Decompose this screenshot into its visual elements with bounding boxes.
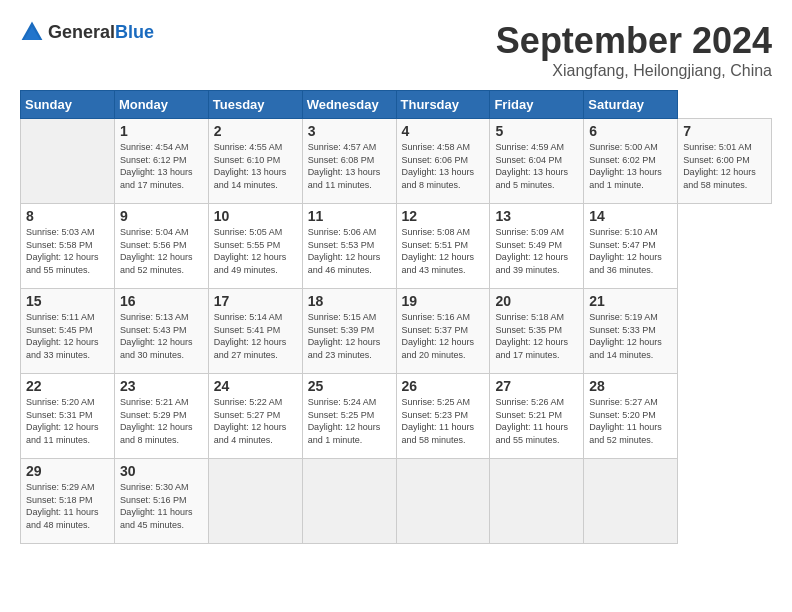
calendar-cell [584,459,678,544]
calendar-table: SundayMondayTuesdayWednesdayThursdayFrid… [20,90,772,544]
day-number: 10 [214,208,297,224]
day-info: Sunrise: 5:00 AM Sunset: 6:02 PM Dayligh… [589,141,672,191]
day-info: Sunrise: 5:03 AM Sunset: 5:58 PM Dayligh… [26,226,109,276]
day-number: 21 [589,293,672,309]
calendar-cell: 15Sunrise: 5:11 AM Sunset: 5:45 PM Dayli… [21,289,115,374]
day-info: Sunrise: 4:55 AM Sunset: 6:10 PM Dayligh… [214,141,297,191]
calendar-cell: 22Sunrise: 5:20 AM Sunset: 5:31 PM Dayli… [21,374,115,459]
day-info: Sunrise: 4:59 AM Sunset: 6:04 PM Dayligh… [495,141,578,191]
day-info: Sunrise: 5:27 AM Sunset: 5:20 PM Dayligh… [589,396,672,446]
header-friday: Friday [490,91,584,119]
day-number: 6 [589,123,672,139]
day-number: 28 [589,378,672,394]
day-info: Sunrise: 5:15 AM Sunset: 5:39 PM Dayligh… [308,311,391,361]
calendar-cell: 12Sunrise: 5:08 AM Sunset: 5:51 PM Dayli… [396,204,490,289]
day-number: 27 [495,378,578,394]
calendar-cell: 13Sunrise: 5:09 AM Sunset: 5:49 PM Dayli… [490,204,584,289]
day-number: 9 [120,208,203,224]
day-number: 20 [495,293,578,309]
calendar-cell: 5Sunrise: 4:59 AM Sunset: 6:04 PM Daylig… [490,119,584,204]
calendar-cell: 14Sunrise: 5:10 AM Sunset: 5:47 PM Dayli… [584,204,678,289]
day-info: Sunrise: 5:11 AM Sunset: 5:45 PM Dayligh… [26,311,109,361]
day-number: 24 [214,378,297,394]
day-info: Sunrise: 5:01 AM Sunset: 6:00 PM Dayligh… [683,141,766,191]
day-number: 26 [402,378,485,394]
week-row-0: 1Sunrise: 4:54 AM Sunset: 6:12 PM Daylig… [21,119,772,204]
day-info: Sunrise: 5:13 AM Sunset: 5:43 PM Dayligh… [120,311,203,361]
day-number: 5 [495,123,578,139]
calendar-cell: 20Sunrise: 5:18 AM Sunset: 5:35 PM Dayli… [490,289,584,374]
day-number: 1 [120,123,203,139]
day-number: 2 [214,123,297,139]
location-title: Xiangfang, Heilongjiang, China [496,62,772,80]
calendar-cell [21,119,115,204]
day-info: Sunrise: 5:09 AM Sunset: 5:49 PM Dayligh… [495,226,578,276]
logo-text: GeneralBlue [48,22,154,43]
month-title: September 2024 [496,20,772,62]
day-number: 25 [308,378,391,394]
calendar-cell: 30Sunrise: 5:30 AM Sunset: 5:16 PM Dayli… [114,459,208,544]
day-number: 18 [308,293,391,309]
logo-blue: Blue [115,22,154,42]
calendar-cell: 6Sunrise: 5:00 AM Sunset: 6:02 PM Daylig… [584,119,678,204]
calendar-cell: 19Sunrise: 5:16 AM Sunset: 5:37 PM Dayli… [396,289,490,374]
day-info: Sunrise: 5:24 AM Sunset: 5:25 PM Dayligh… [308,396,391,446]
day-number: 14 [589,208,672,224]
day-info: Sunrise: 5:06 AM Sunset: 5:53 PM Dayligh… [308,226,391,276]
header-saturday: Saturday [584,91,678,119]
header-wednesday: Wednesday [302,91,396,119]
day-number: 17 [214,293,297,309]
calendar-cell: 10Sunrise: 5:05 AM Sunset: 5:55 PM Dayli… [208,204,302,289]
header-monday: Monday [114,91,208,119]
calendar-cell: 24Sunrise: 5:22 AM Sunset: 5:27 PM Dayli… [208,374,302,459]
day-info: Sunrise: 5:22 AM Sunset: 5:27 PM Dayligh… [214,396,297,446]
calendar-cell [302,459,396,544]
header: GeneralBlue September 2024 Xiangfang, He… [20,20,772,80]
header-thursday: Thursday [396,91,490,119]
calendar-header-row: SundayMondayTuesdayWednesdayThursdayFrid… [21,91,772,119]
day-info: Sunrise: 4:54 AM Sunset: 6:12 PM Dayligh… [120,141,203,191]
calendar-cell: 28Sunrise: 5:27 AM Sunset: 5:20 PM Dayli… [584,374,678,459]
calendar-cell: 7Sunrise: 5:01 AM Sunset: 6:00 PM Daylig… [678,119,772,204]
day-info: Sunrise: 5:20 AM Sunset: 5:31 PM Dayligh… [26,396,109,446]
logo-general: General [48,22,115,42]
day-number: 13 [495,208,578,224]
week-row-2: 15Sunrise: 5:11 AM Sunset: 5:45 PM Dayli… [21,289,772,374]
day-number: 16 [120,293,203,309]
calendar-cell: 29Sunrise: 5:29 AM Sunset: 5:18 PM Dayli… [21,459,115,544]
day-info: Sunrise: 5:10 AM Sunset: 5:47 PM Dayligh… [589,226,672,276]
calendar-cell [208,459,302,544]
calendar-cell [396,459,490,544]
calendar-cell: 23Sunrise: 5:21 AM Sunset: 5:29 PM Dayli… [114,374,208,459]
logo-icon [20,20,44,44]
calendar-cell: 2Sunrise: 4:55 AM Sunset: 6:10 PM Daylig… [208,119,302,204]
day-number: 15 [26,293,109,309]
week-row-4: 29Sunrise: 5:29 AM Sunset: 5:18 PM Dayli… [21,459,772,544]
day-number: 19 [402,293,485,309]
day-info: Sunrise: 5:05 AM Sunset: 5:55 PM Dayligh… [214,226,297,276]
week-row-1: 8Sunrise: 5:03 AM Sunset: 5:58 PM Daylig… [21,204,772,289]
calendar-cell: 17Sunrise: 5:14 AM Sunset: 5:41 PM Dayli… [208,289,302,374]
calendar-cell: 26Sunrise: 5:25 AM Sunset: 5:23 PM Dayli… [396,374,490,459]
day-info: Sunrise: 5:08 AM Sunset: 5:51 PM Dayligh… [402,226,485,276]
day-number: 8 [26,208,109,224]
day-info: Sunrise: 5:19 AM Sunset: 5:33 PM Dayligh… [589,311,672,361]
day-info: Sunrise: 5:16 AM Sunset: 5:37 PM Dayligh… [402,311,485,361]
calendar-cell: 25Sunrise: 5:24 AM Sunset: 5:25 PM Dayli… [302,374,396,459]
day-number: 12 [402,208,485,224]
day-number: 3 [308,123,391,139]
calendar-cell: 3Sunrise: 4:57 AM Sunset: 6:08 PM Daylig… [302,119,396,204]
calendar-cell: 11Sunrise: 5:06 AM Sunset: 5:53 PM Dayli… [302,204,396,289]
day-info: Sunrise: 5:04 AM Sunset: 5:56 PM Dayligh… [120,226,203,276]
day-info: Sunrise: 5:14 AM Sunset: 5:41 PM Dayligh… [214,311,297,361]
calendar-cell: 27Sunrise: 5:26 AM Sunset: 5:21 PM Dayli… [490,374,584,459]
calendar-cell: 18Sunrise: 5:15 AM Sunset: 5:39 PM Dayli… [302,289,396,374]
header-sunday: Sunday [21,91,115,119]
day-number: 30 [120,463,203,479]
day-info: Sunrise: 5:18 AM Sunset: 5:35 PM Dayligh… [495,311,578,361]
calendar-cell: 4Sunrise: 4:58 AM Sunset: 6:06 PM Daylig… [396,119,490,204]
day-info: Sunrise: 5:21 AM Sunset: 5:29 PM Dayligh… [120,396,203,446]
logo: GeneralBlue [20,20,154,44]
header-tuesday: Tuesday [208,91,302,119]
calendar-cell: 16Sunrise: 5:13 AM Sunset: 5:43 PM Dayli… [114,289,208,374]
